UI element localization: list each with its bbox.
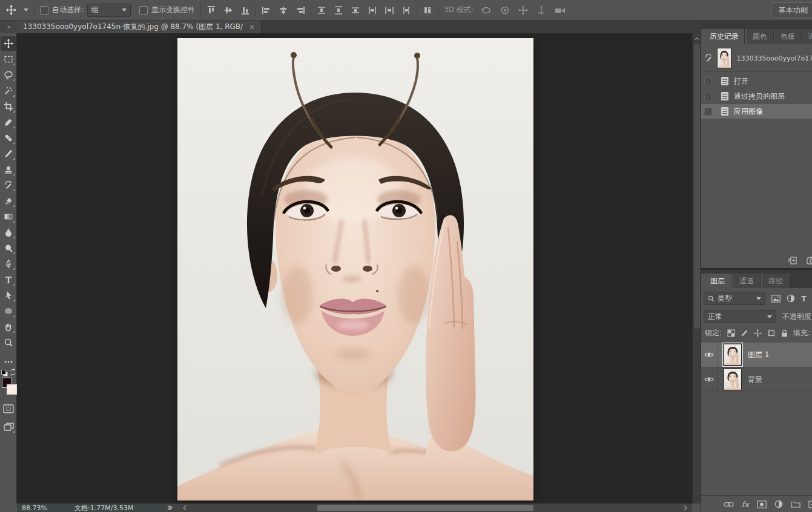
layer-filter-type-dropdown[interactable]: 类型 (704, 292, 765, 305)
align-vertical-center-icon[interactable] (223, 5, 233, 15)
new-group-folder-icon[interactable] (791, 501, 800, 508)
history-brush-source-icon[interactable] (704, 53, 713, 63)
clone-stamp-tool[interactable] (1, 162, 16, 177)
distribute-bottom-icon[interactable] (351, 5, 360, 15)
horizontal-scroll-thumb[interactable] (317, 505, 533, 511)
history-brush-tool[interactable] (1, 178, 16, 192)
visibility-eye-icon[interactable] (704, 352, 714, 358)
document-info-field[interactable]: 文档:1.77M/3.53M (64, 504, 162, 512)
tab-adjustments[interactable]: 调整 (802, 29, 812, 44)
workspace-switcher-button[interactable]: 基本功能 (771, 2, 812, 18)
lock-position-icon[interactable] (754, 329, 762, 337)
history-item-open[interactable]: 打开 (701, 74, 812, 88)
eraser-tool[interactable] (1, 194, 16, 208)
tab-layers[interactable]: 图层 (704, 274, 731, 288)
tab-history[interactable]: 历史记录 (704, 29, 745, 44)
3d-slide-icon[interactable] (536, 5, 546, 15)
layer-row-layer1[interactable]: 图层 1 (701, 343, 812, 367)
align-left-icon[interactable] (262, 5, 271, 15)
vertical-scrollbar[interactable] (692, 33, 701, 504)
brush-tool[interactable] (1, 146, 16, 161)
align-horizontal-center-icon[interactable] (279, 5, 288, 15)
tool-preset[interactable] (6, 5, 28, 15)
history-checkbox[interactable] (704, 108, 712, 116)
canvas-area[interactable] (17, 33, 692, 504)
zoom-level-field[interactable]: 88.73% (17, 504, 64, 512)
visibility-eye-icon[interactable] (704, 376, 714, 382)
history-item-layer-via-copy[interactable]: 通过拷贝的图层 (701, 89, 812, 103)
blur-tool[interactable] (1, 225, 16, 240)
distribute-horizontal-center-icon[interactable] (385, 5, 394, 15)
new-adjustment-layer-icon[interactable] (774, 500, 783, 508)
layer-thumbnail[interactable] (724, 369, 742, 390)
3d-roll-icon[interactable] (500, 5, 510, 15)
3d-scale-camera-icon[interactable] (555, 6, 566, 15)
align-bottom-icon[interactable] (240, 5, 250, 15)
tab-swatches[interactable]: 色板 (774, 29, 802, 44)
toolbar-collapse-button[interactable]: » (0, 21, 17, 33)
link-layers-icon[interactable] (724, 502, 734, 507)
scroll-left-icon[interactable] (182, 505, 187, 511)
hand-tool[interactable] (1, 320, 16, 334)
lock-all-icon[interactable] (781, 329, 788, 337)
filter-type-layers-icon[interactable]: T (801, 294, 807, 303)
filter-adjustment-layers-icon[interactable] (787, 294, 795, 303)
screen-mode-button[interactable] (1, 419, 16, 434)
history-item-apply-image[interactable]: 应用图像 (701, 104, 812, 119)
history-snapshot-row[interactable]: 1330335ooo0yyol7o1745 (701, 47, 812, 69)
tab-paths[interactable]: 路径 (762, 274, 790, 288)
filter-pixel-layers-icon[interactable] (771, 295, 781, 303)
edit-toolbar-button[interactable] (1, 355, 16, 369)
default-colors-icon[interactable] (1, 370, 8, 376)
3d-rotate-icon[interactable] (481, 5, 492, 15)
lasso-tool[interactable] (1, 68, 16, 82)
rectangular-marquee-tool[interactable] (1, 52, 16, 67)
background-color-swatch[interactable] (7, 384, 17, 395)
history-checkbox[interactable] (704, 77, 712, 85)
move-tool[interactable] (1, 36, 16, 51)
auto-select-checkbox[interactable] (40, 6, 48, 15)
align-top-icon[interactable] (206, 5, 216, 15)
scroll-right-icon[interactable] (683, 505, 688, 511)
quick-mask-button[interactable] (1, 401, 16, 416)
swap-colors-icon[interactable] (9, 369, 16, 376)
ellipse-shape-tool[interactable] (1, 304, 16, 318)
auto-align-layers-icon[interactable] (423, 5, 432, 15)
distribute-right-icon[interactable] (401, 5, 411, 15)
pen-tool[interactable] (1, 257, 16, 271)
zoom-tool[interactable] (1, 335, 16, 350)
lock-artboard-icon[interactable] (767, 329, 776, 337)
magic-wand-tool[interactable] (1, 84, 16, 98)
align-right-icon[interactable] (295, 5, 305, 15)
show-transform-checkbox[interactable] (139, 6, 148, 15)
new-document-from-state-icon[interactable] (788, 256, 798, 265)
document-image[interactable] (177, 38, 533, 501)
new-snapshot-camera-icon[interactable] (807, 256, 812, 264)
panel-drag-strip[interactable] (701, 21, 812, 29)
status-expand-icon[interactable] (167, 505, 173, 511)
crop-tool[interactable] (1, 99, 16, 114)
layer-style-fx-icon[interactable]: fx (742, 500, 749, 509)
layer-row-background[interactable]: 背景 (701, 367, 812, 392)
auto-select-target-dropdown[interactable]: 组 (87, 4, 131, 17)
distribute-top-icon[interactable] (317, 5, 326, 15)
document-tab[interactable]: 1330335ooo0yyol7o1745n-恢复的.jpg @ 88.7% (… (17, 21, 262, 33)
3d-drag-icon[interactable] (518, 5, 528, 15)
tab-channels[interactable]: 通道 (733, 274, 761, 288)
scroll-up-icon[interactable] (695, 36, 699, 41)
tab-close-icon[interactable]: × (249, 24, 255, 31)
tab-color[interactable]: 颜色 (747, 29, 774, 44)
distribute-left-icon[interactable] (368, 5, 377, 15)
history-checkbox[interactable] (704, 93, 712, 100)
layer-thumbnail[interactable] (724, 344, 742, 366)
blend-mode-dropdown[interactable]: 正常 (704, 310, 776, 323)
lock-image-pixels-icon[interactable] (741, 329, 748, 337)
vertical-scroll-thumb[interactable] (694, 44, 700, 329)
lock-transparent-pixels-icon[interactable] (727, 329, 735, 337)
new-layer-icon[interactable] (808, 501, 812, 508)
spot-healing-brush-tool[interactable] (1, 131, 16, 145)
distribute-vertical-center-icon[interactable] (334, 5, 343, 15)
dodge-tool[interactable] (1, 241, 16, 255)
path-selection-tool[interactable] (1, 288, 16, 303)
add-layer-mask-icon[interactable] (757, 501, 767, 508)
